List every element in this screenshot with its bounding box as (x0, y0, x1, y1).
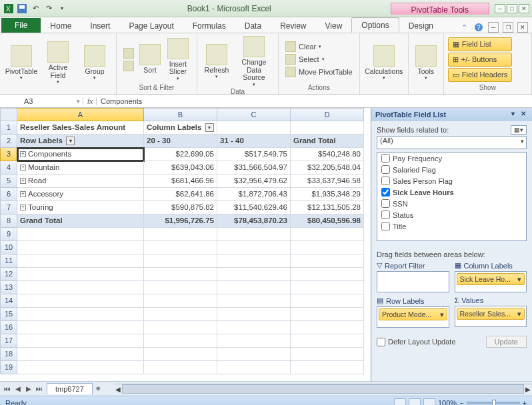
cell[interactable] (17, 281, 144, 294)
cell[interactable]: $540,248.80 (291, 148, 364, 161)
cell[interactable] (17, 228, 144, 241)
undo-icon[interactable]: ↶ (29, 3, 41, 15)
tools-button[interactable]: Tools▾ (413, 44, 439, 82)
cell[interactable]: 31 - 40 (217, 135, 291, 148)
zoom-slider[interactable]: −+ (459, 399, 527, 406)
cell[interactable] (17, 321, 144, 334)
close-icon[interactable]: ✕ (519, 4, 529, 13)
cell[interactable] (17, 254, 144, 268)
row-header[interactable]: 11 (0, 254, 17, 268)
move-pivottable-button[interactable]: Move PivotTable (283, 66, 355, 78)
tab-formulas[interactable]: Formulas (183, 19, 235, 33)
cell[interactable] (217, 254, 291, 268)
row-header[interactable]: 18 (0, 348, 17, 361)
cell[interactable]: $62,641.86 (144, 188, 217, 201)
field-checkbox[interactable] (381, 210, 390, 219)
sort-button[interactable]: Sort (139, 43, 161, 76)
cell[interactable] (17, 308, 144, 321)
refresh-button[interactable]: Refresh▾ (201, 43, 232, 81)
cell[interactable] (217, 268, 291, 281)
pane-dropdown-icon[interactable]: ▾ (508, 110, 517, 119)
field-item[interactable]: Salaried Flag (377, 164, 526, 175)
report-filter-area[interactable] (377, 271, 449, 292)
cell[interactable]: Row Labels ▾ (17, 135, 144, 148)
col-header-d[interactable]: D (291, 108, 364, 121)
row-header[interactable]: 17 (0, 334, 17, 348)
cell[interactable] (144, 361, 217, 374)
cell[interactable] (144, 281, 217, 294)
tab-view[interactable]: View (316, 19, 352, 33)
page-break-view-icon[interactable] (423, 398, 435, 406)
cell[interactable] (17, 241, 144, 254)
first-sheet-icon[interactable]: ⏮ (3, 385, 12, 392)
tab-data[interactable]: Data (235, 19, 271, 33)
cell[interactable]: $590,875.82 (144, 201, 217, 214)
zoom-level[interactable]: 100% (438, 399, 457, 406)
field-checkbox[interactable] (381, 222, 390, 230)
cell[interactable]: 20 - 30 (144, 135, 217, 148)
redo-icon[interactable]: ↷ (43, 3, 55, 15)
update-button[interactable]: Update (486, 336, 527, 348)
cell[interactable]: $1,996,726.75 (144, 214, 217, 228)
field-list[interactable]: Pay Frequency Salaried Flag Sales Person… (377, 152, 527, 241)
row-header[interactable]: 12 (0, 268, 17, 281)
cell[interactable] (291, 361, 364, 374)
row-header[interactable]: 1 (0, 121, 17, 135)
defer-checkbox[interactable] (377, 338, 385, 346)
cell[interactable] (217, 241, 291, 254)
cell[interactable]: $681,466.96 (144, 175, 217, 188)
field-checkbox[interactable] (381, 199, 390, 208)
save-icon[interactable] (16, 3, 28, 15)
cell[interactable] (144, 321, 217, 334)
column-chip[interactable]: Sick Leave Ho...▾ (457, 273, 525, 285)
cell[interactable] (291, 254, 364, 268)
change-data-source-button[interactable]: Change Data Source▾ (234, 35, 274, 88)
worksheet[interactable]: A B C D 1Reseller Sales-Sales AmountColu… (0, 108, 371, 381)
cell[interactable] (17, 334, 144, 348)
tab-file[interactable]: File (1, 18, 41, 33)
clear-button[interactable]: Clear ▾ (283, 41, 355, 53)
col-header-a[interactable]: A (17, 108, 144, 121)
cell[interactable] (217, 228, 291, 241)
cell[interactable]: $31,566,504.97 (217, 161, 291, 175)
cell[interactable]: $78,453,870.23 (217, 214, 291, 228)
cell[interactable]: $80,450,596.98 (291, 214, 364, 228)
tab-options[interactable]: Options (351, 17, 399, 33)
new-sheet-icon[interactable]: ✸ (95, 385, 101, 392)
cell[interactable]: $517,549.75 (217, 148, 291, 161)
help-icon[interactable]: ? (473, 22, 484, 33)
cell[interactable] (217, 348, 291, 361)
cell[interactable] (291, 294, 364, 308)
cell[interactable] (144, 228, 217, 241)
row-header[interactable]: 14 (0, 294, 17, 308)
cell[interactable] (144, 294, 217, 308)
row-header[interactable]: 9 (0, 228, 17, 241)
expand-icon[interactable]: + (20, 204, 26, 210)
cell[interactable]: +Accessory (17, 188, 144, 201)
sort-za-button[interactable] (121, 60, 137, 72)
calculations-button[interactable]: Calculations▾ (364, 44, 404, 82)
expand-icon[interactable]: + (20, 191, 26, 197)
horizontal-scrollbar[interactable]: ◀▶ (114, 384, 532, 394)
cell[interactable] (217, 321, 291, 334)
sort-az-button[interactable] (121, 47, 137, 59)
cell[interactable] (144, 308, 217, 321)
cell[interactable] (17, 268, 144, 281)
cell[interactable] (17, 294, 144, 308)
cell[interactable]: $32,205,548.04 (291, 161, 364, 175)
cell[interactable] (217, 361, 291, 374)
cell[interactable] (291, 321, 364, 334)
cell[interactable] (217, 308, 291, 321)
row-header[interactable]: 13 (0, 281, 17, 294)
cell[interactable] (291, 281, 364, 294)
column-labels-area[interactable]: Sick Leave Ho...▾ (455, 271, 527, 292)
cell[interactable]: Grand Total (291, 135, 364, 148)
minimize-icon[interactable]: ─ (495, 4, 505, 13)
column-headers[interactable]: A B C D (17, 108, 371, 121)
field-item[interactable]: Sick Leave Hours (377, 187, 526, 198)
cell[interactable] (144, 334, 217, 348)
cell[interactable]: +Touring (17, 201, 144, 214)
cell[interactable] (144, 241, 217, 254)
fx-icon[interactable]: fx (83, 97, 97, 105)
row-header[interactable]: 8 (0, 214, 17, 228)
